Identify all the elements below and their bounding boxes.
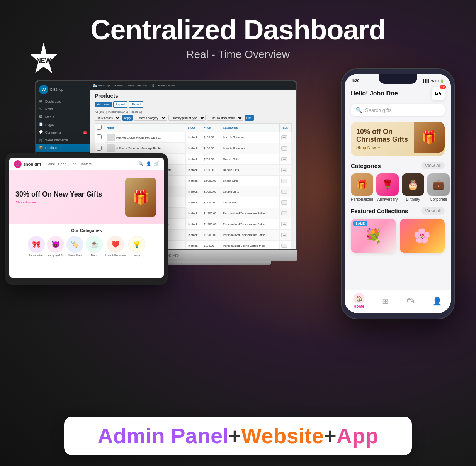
nav-contact[interactable]: Contact — [80, 162, 92, 166]
user-icon[interactable]: 👤 — [146, 161, 151, 166]
wp-apply-btn[interactable]: Apply — [122, 115, 133, 121]
col-tags[interactable]: Tags — [280, 124, 292, 132]
row-checkbox[interactable] — [97, 146, 102, 151]
website-cat-item[interactable]: 😈 Naughty Gifts — [47, 236, 64, 257]
website-cat-item[interactable]: ☕ Mugs — [86, 236, 103, 257]
wp-page-title: Products — [95, 93, 292, 99]
wp-stock-filter[interactable]: Filter by stock status — [207, 115, 243, 121]
website-cat-label: Lamps — [133, 254, 141, 257]
website-cat-label: Personalized — [29, 254, 44, 257]
cta-text: Admin Panel + Website + App — [87, 425, 389, 447]
cat-label: Personalized — [351, 197, 373, 202]
wp-menu-dashboard[interactable]: ⊞ Dashboard — [36, 98, 90, 105]
profile-icon: 👤 — [432, 297, 442, 306]
phone-search-bar[interactable]: 🔍 Search gifts — [351, 104, 445, 116]
cta-plus2: + — [324, 425, 337, 447]
website-cat-label: Love & Romance — [105, 254, 126, 257]
phone-content: Hello! John Doe 🛍 12 🔍 Search gifts — [345, 85, 451, 313]
notification-count: 12 — [440, 85, 446, 89]
wp-bulk-action[interactable]: Bulk actions — [95, 115, 121, 121]
featured-item[interactable]: 💐 SALE — [351, 219, 396, 253]
wp-menu-products[interactable]: 📦 Products — [36, 144, 90, 152]
website-cat-circle: 😈 — [47, 236, 64, 253]
phone-notch — [379, 74, 417, 84]
phone-bottom-nav: 🏠 Home ⊞ 🛍 👤 — [345, 290, 451, 313]
website-cat-title: Our Categories — [14, 228, 159, 233]
cta-website: Website — [241, 425, 324, 447]
nav-bag-item[interactable]: 🛍 — [407, 297, 415, 305]
categories-row: 🎁 Personalized 🌹 Anniversary 🎂 Birthday … — [351, 173, 445, 202]
main-subtitle: Real - Time Overview — [0, 48, 476, 61]
website-cat-item[interactable]: 🏷️ Name Plate — [66, 236, 83, 257]
nav-home-item[interactable]: 🏠 Home — [354, 293, 364, 308]
wp-import-btn[interactable]: Import — [113, 101, 128, 108]
nav-grid-item[interactable]: ⊞ — [382, 297, 389, 306]
bottom-cta-banner: Admin Panel + Website + App — [64, 417, 412, 455]
cart-icon[interactable]: 🛒 — [154, 161, 159, 166]
featured-view-all[interactable]: View all — [421, 207, 445, 215]
battery-icon: 🔋 — [440, 79, 444, 83]
cat-image: 🌹 — [376, 173, 399, 196]
wp-menu-pages[interactable]: 📄 Pages — [36, 121, 90, 129]
col-categories[interactable]: Categories — [221, 124, 280, 132]
signal-icon: ▌▌▌ — [423, 79, 430, 83]
row-checkbox[interactable] — [97, 134, 102, 139]
phone-promo-banner[interactable]: 10% off On Christmas Gifts Shop Now → 🎁 — [351, 122, 445, 156]
nav-home[interactable]: Home — [46, 162, 55, 166]
wp-add-new-btn[interactable]: Add New — [95, 102, 112, 107]
website-nav: 🛒 shop.gift Home Shop Blog Contact 🔍 👤 🛒 — [9, 158, 164, 170]
category-item[interactable]: 💼 Corporate — [427, 173, 450, 202]
select-all[interactable] — [97, 125, 102, 130]
grid-icon: ⊞ — [382, 297, 389, 306]
table-row: Pull Me Closer Phone Pop Up Box In stock… — [95, 132, 292, 143]
wp-topbar-shop: 🏪 GiftShop — [93, 84, 110, 87]
nav-shop[interactable]: Shop — [58, 162, 66, 166]
category-item[interactable]: 🌹 Anniversary — [376, 173, 399, 202]
wp-category-filter[interactable]: Select a category — [134, 115, 167, 121]
categories-title: Categories — [351, 163, 381, 169]
phone-search-icon: 🔍 — [355, 107, 362, 113]
col-name[interactable]: Name ↑ — [105, 124, 186, 132]
nav-profile-item[interactable]: 👤 — [432, 297, 442, 306]
website-hero: 30% off On New Year Gifts Shop Now — 🎁 — [9, 170, 164, 224]
hero-gift-image: 🎁 — [125, 178, 156, 217]
website-cat-item[interactable]: ❤️ Love & Romance — [105, 236, 126, 257]
category-item[interactable]: 🎁 Personalized — [351, 173, 373, 202]
phone-header: Hello! John Doe 🛍 12 — [351, 87, 445, 100]
wp-menu-comments[interactable]: 💬 Comments 3 — [36, 129, 90, 136]
featured-item[interactable]: 🌸 — [400, 219, 445, 253]
cta-app: App — [337, 425, 379, 447]
nav-blog[interactable]: Blog — [69, 162, 76, 166]
website-cat-item[interactable]: 💡 Lamps — [128, 236, 145, 257]
col-checkbox — [95, 124, 105, 132]
wp-site-name: GiftShop — [50, 88, 63, 92]
wp-menu-posts[interactable]: ✎ Posts — [36, 105, 90, 113]
cat-label: Birthday — [406, 197, 420, 202]
category-item[interactable]: 🎂 Birthday — [402, 173, 424, 202]
tablet-device: 🛒 shop.gift Home Shop Blog Contact 🔍 👤 🛒 — [5, 153, 168, 285]
featured-title: Featured Collections — [351, 208, 408, 214]
website-cat-label: Mugs — [91, 254, 98, 257]
nav-home-label: Home — [354, 304, 364, 308]
page-header: Centralized Dashboard Real - Time Overvi… — [0, 0, 476, 61]
search-icon[interactable]: 🔍 — [138, 161, 144, 166]
wp-filter-btn[interactable]: Filter — [245, 115, 254, 121]
main-title: Centralized Dashboard — [0, 15, 476, 45]
categories-view-all[interactable]: View all — [421, 162, 445, 169]
wp-topbar-new: + New — [114, 84, 123, 87]
wp-menu-woo[interactable]: 🛒 WooCommerce — [36, 136, 90, 144]
wp-export-btn[interactable]: Export — [129, 101, 143, 108]
col-stock[interactable]: Stock — [186, 124, 202, 132]
home-icon: 🏠 — [354, 293, 364, 303]
website-cat-circle: 🎀 — [28, 236, 45, 253]
website-cat-circle: 🏷️ — [66, 236, 83, 253]
cat-label: Corporate — [430, 197, 447, 202]
wp-topbar-view: View products — [128, 84, 147, 87]
notification-bell[interactable]: 🛍 12 — [432, 87, 445, 100]
wp-menu-media[interactable]: 🖼 Media — [36, 113, 90, 121]
featured-section-header: Featured Collections View all — [351, 207, 445, 215]
website-logo: 🛒 shop.gift — [14, 160, 41, 168]
col-price[interactable]: Price ↓ — [202, 124, 221, 132]
wp-type-filter[interactable]: Filter by product type — [168, 115, 206, 121]
website-cat-item[interactable]: 🎀 Personalized — [28, 236, 45, 257]
